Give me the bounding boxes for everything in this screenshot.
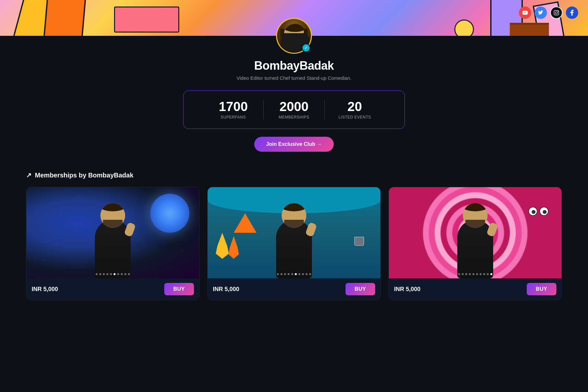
facebook-icon [570, 10, 574, 16]
stat-events: 20 Listed Events [325, 100, 385, 119]
verified-badge: ✓ [302, 44, 310, 52]
dot [309, 273, 311, 275]
banner-deco-2 [43, 0, 88, 36]
membership-card-2: INR 5,000 BUY [207, 187, 381, 300]
card-image-1 [26, 187, 199, 278]
dot [291, 273, 293, 275]
events-label: Listed Events [338, 115, 371, 119]
card-person-1 [88, 200, 137, 278]
card-person-2 [270, 200, 318, 278]
memberships-title-text: Memberships by BombayBadak [35, 172, 133, 179]
memberships-section: ↗ Memberships by BombayBadak [0, 158, 588, 313]
dot [462, 273, 464, 275]
dot [281, 273, 283, 275]
dot [96, 273, 98, 275]
buy-button-2[interactable]: BUY [345, 283, 375, 295]
card-price-1: INR 5,000 [32, 286, 58, 293]
superfans-count: 1700 [219, 100, 248, 113]
cards-row: INR 5,000 BUY [26, 187, 562, 300]
card-image-3 [389, 187, 562, 278]
dot [473, 273, 475, 275]
card-dots-3 [458, 273, 492, 275]
card-image-2 [208, 187, 380, 278]
instagram-icon [554, 10, 559, 15]
profile-name: BombayBadak [254, 59, 334, 73]
dot-active [491, 273, 492, 275]
dot [288, 273, 290, 275]
dot [458, 273, 460, 275]
memberships-title: ↗ Memberships by BombayBadak [26, 171, 562, 179]
youtube-icon [522, 11, 528, 15]
page-wrapper: ✓ BombayBadak Video Editor turned Chef t… [0, 0, 588, 392]
buy-button-3[interactable]: BUY [527, 283, 556, 295]
social-icons-container [519, 7, 578, 19]
twitter-button[interactable] [535, 7, 547, 19]
googly-eyes [528, 207, 549, 216]
coffee-mug [354, 237, 364, 246]
stats-box: 1700 SUPERFANS 2000 Memberships 20 Liste… [183, 91, 405, 129]
card-dots-2 [277, 273, 311, 275]
card-footer-2: INR 5,000 BUY [208, 278, 380, 300]
dot [99, 273, 101, 275]
stat-superfans: 1700 SUPERFANS [203, 100, 263, 119]
banner-deco-6 [114, 7, 179, 33]
join-exclusive-club-button[interactable]: Join Exclusive Club → [254, 137, 334, 152]
dot [302, 273, 304, 275]
card-footer-3: INR 5,000 BUY [389, 278, 562, 300]
dot [103, 273, 105, 275]
dot [487, 273, 489, 275]
banner-deco-5 [454, 20, 474, 36]
dot [110, 273, 112, 275]
dot [306, 273, 308, 275]
dot [277, 273, 279, 275]
trending-icon: ↗ [26, 171, 32, 179]
youtube-button[interactable] [519, 7, 531, 19]
join-section: Join Exclusive Club → [254, 137, 334, 152]
facebook-button[interactable] [566, 7, 578, 19]
dot [117, 273, 119, 275]
memberships-label: Memberships [279, 115, 309, 119]
stats-section: 1700 SUPERFANS 2000 Memberships 20 Liste… [177, 91, 411, 129]
card-person-3 [451, 200, 500, 278]
dot [284, 273, 286, 275]
events-count: 20 [347, 100, 362, 113]
memberships-count: 2000 [280, 100, 309, 113]
banner-deco-table [510, 23, 549, 36]
card-price-3: INR 5,000 [394, 286, 420, 293]
dot [107, 273, 109, 275]
dot [128, 273, 130, 275]
membership-card-1: INR 5,000 BUY [26, 187, 199, 300]
dot [121, 273, 123, 275]
dot [299, 273, 301, 275]
dot [465, 273, 467, 275]
dot [480, 273, 482, 275]
profile-bio: Video Editor turned Chef turned Stand-up… [237, 75, 351, 81]
stat-memberships: 2000 Memberships [264, 100, 324, 119]
dot [125, 273, 126, 275]
membership-card-3: INR 5,000 BUY [389, 187, 562, 300]
instagram-button[interactable] [550, 7, 563, 19]
dot [476, 273, 478, 275]
dot-active [295, 273, 297, 275]
twitter-icon [538, 10, 543, 15]
buy-button-1[interactable]: BUY [164, 283, 194, 295]
dot [483, 273, 485, 275]
dot-active [114, 273, 116, 275]
dot [469, 273, 471, 275]
card-price-2: INR 5,000 [213, 286, 239, 293]
superfans-label: SUPERFANS [221, 115, 246, 119]
card-footer-1: INR 5,000 BUY [26, 278, 199, 300]
profile-section: ✓ BombayBadak Video Editor turned Chef t… [0, 36, 588, 158]
card-dots-1 [96, 273, 130, 275]
avatar-wrapper: ✓ [276, 18, 312, 54]
